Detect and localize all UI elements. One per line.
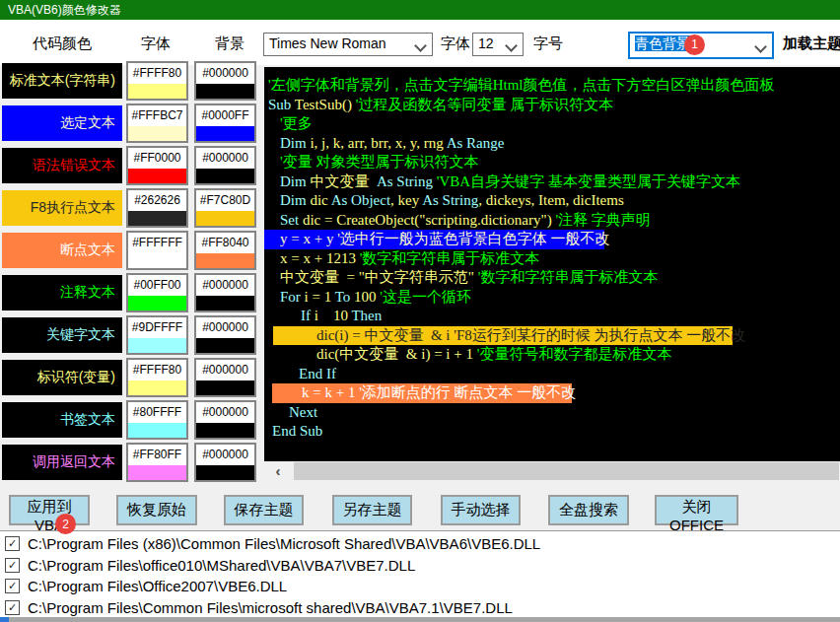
bg-color-swatch[interactable]: #000000 [194,400,256,440]
hex-value[interactable]: #FF80FF [128,445,186,465]
code-segment[interactable]: '注释 字典声明 [555,212,650,228]
code-line[interactable]: Sub TestSub() '过程及函数名等同变量 属于标识符文本 [264,96,840,115]
code-text[interactable]: dic(i) = 中文变量 & i 'F8运行到某行的时候 为执行点文本 一般不… [264,327,745,343]
code-text[interactable]: End Sub [264,423,322,439]
color-fill[interactable] [196,211,254,226]
manual-select-button[interactable]: 手动选择 [441,495,521,525]
color-fill[interactable] [128,296,186,311]
color-fill[interactable] [128,253,186,268]
hex-value[interactable]: #FF8040 [196,233,254,253]
hex-value[interactable]: #F7C80D [196,190,254,211]
code-text[interactable]: k = k + 1 '添加断点的行 断点文本 一般不改 [264,384,576,400]
code-segment[interactable]: '这是一个循环 [380,289,471,305]
code-segment[interactable]: '变量 对象类型属于标识符文本 [280,154,478,170]
font-color-swatch[interactable]: #FFFBC7 [126,104,188,143]
code-segment[interactable]: 中文变量 [310,173,377,189]
color-fill[interactable] [128,423,186,438]
hex-value[interactable]: #FFFF80 [128,360,186,380]
color-fill[interactable] [196,423,254,438]
scrollbar-thumb[interactable] [294,462,839,480]
hex-value[interactable]: #000000 [196,360,254,380]
code-text[interactable]: y = x + y '选中行一般为蓝色背景白色字体 一般不改 [264,231,610,246]
code-segment[interactable]: dic [310,192,330,208]
code-line[interactable]: k = k + 1 '添加断点的行 断点文本 一般不改 [264,383,840,403]
code-segment[interactable]: 'VBA自身关键字 基本变量类型属于关键字文本 [437,173,740,189]
code-segment[interactable]: As Range [447,135,505,151]
color-fill[interactable] [196,465,254,480]
hex-value[interactable]: #FFFFFF [128,233,186,253]
code-segment[interactable]: As String [422,192,478,208]
code-text[interactable]: Next [264,404,317,420]
code-segment[interactable]: Sub [268,97,295,112]
code-text[interactable]: '变量 对象类型属于标识符文本 [264,154,478,170]
save-theme-button[interactable]: 保存主题 [224,495,304,525]
restore-original-button[interactable]: 恢复原始 [116,495,197,525]
code-line[interactable]: dic(中文变量 & i) = i + 1 '变量符号和数字都是标准文本 [264,345,840,365]
code-line[interactable]: Next [264,403,840,423]
color-item-button[interactable]: 调用返回文本 [2,445,122,480]
vbe-dll-file-list[interactable]: ✓C:\Program Files (x86)\Common Files\Mic… [0,530,840,617]
color-fill[interactable] [128,338,186,353]
code-line[interactable]: 中文变量 = "中文字符串示范" '数字和字符串属于标准文本 [264,268,840,288]
code-text[interactable]: 中文变量 = "中文字符串示范" '数字和字符串属于标准文本 [264,269,658,285]
code-segment[interactable]: Dim [280,192,310,208]
code-segment[interactable]: End Sub [272,423,322,439]
code-segment[interactable]: '变量符号和数字都是标准文本 [477,346,672,362]
code-line[interactable]: End Sub [264,422,840,442]
font-color-swatch[interactable]: #FFFF80 [126,358,188,397]
code-text[interactable]: '更多 [264,115,313,131]
color-item-button[interactable]: F8执行点文本 [2,190,122,226]
hex-value[interactable]: #262626 [128,190,186,211]
hex-value[interactable]: #000000 [196,317,254,338]
code-text[interactable]: Dim i, j, k, arr, brr, x, y, rng As Rang… [264,135,504,151]
hex-value[interactable]: #000000 [196,275,254,296]
font-color-swatch[interactable]: #FFFF80 [126,61,188,101]
full-disk-search-button[interactable]: 全盘搜索 [548,495,629,525]
color-fill[interactable] [196,253,254,268]
color-item-button[interactable]: 断点文本 [2,233,122,268]
color-item-button[interactable]: 选定文本 [2,105,122,141]
hex-value[interactable]: #FFFF80 [128,63,186,84]
hex-value[interactable]: #000000 [196,445,254,465]
color-fill[interactable] [196,338,254,353]
save-as-theme-button[interactable]: 另存主题 [332,495,412,525]
code-text[interactable]: If i 10 Then [264,308,382,323]
color-item-button[interactable]: 注释文本 [2,275,122,311]
code-preview-area[interactable]: '左侧字体和背景列，点击文字编辑Html颜色值，点击下方空白区弹出颜色面板Sub… [264,67,840,461]
code-line[interactable]: End If [264,365,840,384]
hex-value[interactable]: #80FFFF [128,402,186,423]
color-fill[interactable] [196,126,254,141]
code-line[interactable]: If i 10 Then [264,307,840,326]
code-segment[interactable]: '数字和字符串属于标准文本 [360,250,540,266]
code-text[interactable]: End If [264,366,336,381]
list-horizontal-scrollbar[interactable] [0,617,840,622]
bg-color-swatch[interactable]: #000000 [194,146,256,185]
apply-to-vba-button[interactable]: 应用到VBA [9,495,90,525]
bg-color-swatch[interactable]: #000000 [194,358,256,397]
code-segment[interactable]: 中文变量 = "中文字符串示范" [280,269,478,285]
bg-color-swatch[interactable]: #F7C80D [194,188,256,228]
code-line[interactable]: x = x + 1213 '数字和字符串属于标准文本 [264,249,840,269]
hex-value[interactable]: #000000 [196,148,254,169]
dll-file-row[interactable]: ✓C:\Program Files\Office2007\VBE6.DLL [0,576,840,597]
hex-value[interactable]: #FF0000 [128,148,186,169]
file-checkbox[interactable]: ✓ [5,536,20,551]
code-segment[interactable]: To [335,289,354,305]
code-segment[interactable]: i, j, k, arr, brr, x, y, rng [310,135,446,151]
code-segment[interactable]: As String [377,173,437,189]
code-segment[interactable]: Set [280,212,303,228]
color-item-button[interactable]: 标识符(变量) [2,360,122,395]
font-select[interactable]: Times New Roman [263,33,433,56]
code-segment[interactable]: Next [289,404,317,420]
code-text[interactable]: x = x + 1213 '数字和字符串属于标准文本 [264,250,539,266]
theme-select[interactable]: 青色背景 1 [628,32,774,59]
bg-color-swatch[interactable]: #000000 [194,61,256,101]
code-segment[interactable]: , dickeys, Item, dicItems [478,192,623,208]
code-line[interactable]: Dim i, j, k, arr, brr, x, y, rng As Rang… [264,134,840,154]
bg-color-swatch[interactable]: #0000FF [194,104,256,143]
code-line[interactable]: '左侧字体和背景列，点击文字编辑Html颜色值，点击下方空白区弹出颜色面板 [264,76,840,96]
color-fill[interactable] [196,169,254,183]
code-segment[interactable]: y = x + y '选中行一般为蓝色背景白色字体 一般不改 [280,231,610,246]
code-segment[interactable]: End If [299,366,336,381]
code-line[interactable]: '更多 [264,114,840,134]
